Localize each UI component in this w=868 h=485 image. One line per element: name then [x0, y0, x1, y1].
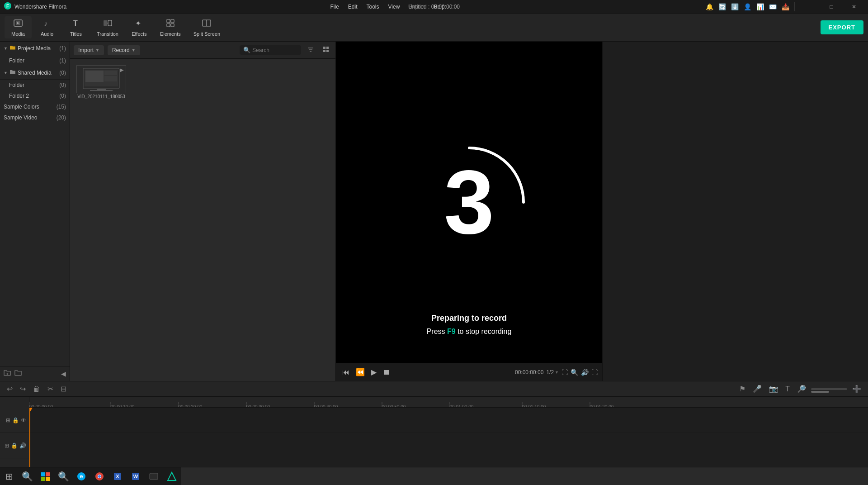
close-button[interactable]: ✕ — [844, 0, 864, 14]
import-button[interactable]: Import ▼ — [74, 45, 104, 55]
menu-view[interactable]: View — [384, 0, 405, 14]
search-icon: 🔍 — [243, 47, 250, 53]
window-title: Untitled : 00:00:00:00 — [408, 4, 460, 10]
svg-text:✦: ✦ — [135, 19, 141, 27]
project-media-header[interactable]: ▼ Project Media (1) — [0, 42, 70, 55]
tool-titles[interactable]: T Titles — [62, 16, 90, 38]
svg-rect-28 — [85, 71, 104, 82]
tl-text-button[interactable]: T — [783, 384, 792, 394]
import-folder-icon[interactable] — [14, 369, 22, 378]
tl-mic-button[interactable]: 🎤 — [750, 384, 764, 394]
sample-colors-count: (15) — [57, 104, 66, 110]
view-toggle-icon[interactable] — [320, 44, 332, 56]
stop-button[interactable]: ⏹ — [381, 367, 392, 377]
tl-mute-icon[interactable]: 🔊 — [19, 442, 26, 449]
taskbar-app-1[interactable] — [36, 467, 54, 485]
filter-icon[interactable] — [305, 44, 316, 56]
taskbar-app-2[interactable]: 🔍 — [54, 467, 72, 485]
shared-media-folder1[interactable]: Folder (0) — [0, 80, 70, 90]
sample-video-item[interactable]: Sample Video (20) — [0, 112, 70, 123]
tl-eye-icon[interactable]: 👁 — [21, 417, 26, 423]
tray-icon-3[interactable]: ⬇️ — [729, 1, 740, 12]
svg-text:F: F — [6, 4, 9, 9]
step-back-button[interactable]: ⏪ — [354, 367, 367, 377]
menu-tools[interactable]: Tools — [362, 0, 384, 14]
tl-undo-button[interactable]: ↩ — [5, 384, 15, 394]
tl-add-track-icon-2[interactable]: ⊞ — [5, 442, 9, 449]
audio-icon: ♪ — [42, 18, 52, 30]
sample-colors-label: Sample Colors — [4, 104, 39, 110]
taskbar-app-3[interactable]: e — [72, 467, 90, 485]
project-media-folder-icon — [9, 44, 16, 52]
hint-key: F9 — [447, 328, 456, 335]
tl-zoom-out-button[interactable]: 🔎 — [795, 384, 808, 394]
countdown-number: 3 — [444, 157, 494, 247]
svg-rect-12 — [171, 19, 174, 23]
tool-split-screen[interactable]: Split Screen — [188, 16, 226, 38]
shared-media-header[interactable]: ▼ Shared Media (0) — [0, 66, 70, 80]
ruler-tick-1-line — [111, 402, 111, 404]
play-button[interactable]: ▶ — [369, 367, 378, 377]
tl-marker-button[interactable]: ⚑ — [737, 384, 748, 394]
svg-rect-11 — [167, 19, 170, 23]
tl-lock-icon[interactable]: 🔒 — [12, 417, 19, 423]
new-folder-icon[interactable] — [4, 369, 11, 378]
tl-add-track-icon[interactable]: ⊞ — [6, 417, 10, 423]
start-button[interactable]: ⊞ — [0, 467, 18, 485]
maximize-button[interactable]: □ — [821, 0, 842, 14]
ruler-tick-4: 00:00:40:00 — [314, 402, 315, 407]
tl-delete-button[interactable]: 🗑 — [31, 384, 42, 394]
zoom-icon[interactable]: 🔍 — [571, 369, 578, 376]
tray-icon-1[interactable]: 🔔 — [704, 1, 715, 12]
tray-icon-6[interactable]: ✉️ — [767, 1, 778, 12]
volume-icon[interactable]: 🔊 — [581, 369, 589, 376]
tool-elements[interactable]: Elements — [155, 16, 186, 38]
crop-icon[interactable]: ⛶ — [561, 369, 568, 376]
taskbar-search[interactable]: 🔍 — [18, 467, 36, 485]
shared-media-folder2[interactable]: Folder 2 (0) — [0, 90, 70, 101]
tl-cut-button[interactable]: ✂ — [45, 384, 56, 394]
taskbar-app-7[interactable] — [145, 467, 163, 485]
media-item-0[interactable]: ▶ VID_20210111_180053 — [76, 65, 126, 99]
export-button[interactable]: EXPORT — [821, 20, 863, 34]
svg-rect-32 — [90, 90, 113, 91]
svg-rect-7 — [104, 20, 107, 26]
record-overlay: Preparing to record Press F9 to stop rec… — [336, 314, 602, 336]
tool-media[interactable]: Media — [5, 16, 32, 38]
tray-icon-5[interactable]: 📊 — [755, 1, 765, 12]
tool-audio[interactable]: ♪ Audio — [33, 16, 61, 38]
toolbar: Media ♪ Audio T Titles Transition ✦ Effe… — [0, 14, 868, 42]
menu-edit[interactable]: Edit — [344, 0, 362, 14]
tl-lock-icon-2[interactable]: 🔒 — [11, 442, 18, 449]
taskbar-app-8[interactable] — [163, 467, 181, 485]
collapse-panel-button[interactable]: ◀ — [61, 370, 66, 377]
tray-icon-7[interactable]: 📥 — [780, 1, 791, 12]
svg-rect-35 — [41, 477, 45, 481]
taskbar-app-4[interactable] — [90, 467, 108, 485]
tool-transition-label: Transition — [97, 31, 118, 37]
tl-redo-button[interactable]: ↪ — [18, 384, 28, 394]
tray-icon-2[interactable]: 🔄 — [717, 1, 727, 12]
tl-zoom-in-button[interactable]: ➕ — [850, 384, 863, 394]
media-search-bar[interactable]: 🔍 — [240, 45, 301, 55]
taskbar-app-6[interactable]: W — [127, 467, 145, 485]
ruler-tick-6-line — [450, 402, 450, 404]
project-media-folder[interactable]: Folder (1) — [0, 55, 70, 66]
fullscreen-icon[interactable]: ⛶ — [591, 369, 598, 376]
go-to-start-button[interactable]: ⏮ — [340, 367, 351, 377]
tool-transition[interactable]: Transition — [91, 16, 124, 38]
tray-icon-4[interactable]: 👤 — [742, 1, 753, 12]
tool-titles-label: Titles — [70, 31, 82, 37]
tl-capture-button[interactable]: 📷 — [767, 384, 780, 394]
tl-zoom-track[interactable] — [811, 388, 847, 390]
tl-split-button[interactable]: ⊟ — [58, 384, 69, 394]
ruler-tick-5-label: 00:00:50:00 — [382, 404, 382, 407]
minimize-button[interactable]: ─ — [798, 0, 819, 14]
preview-time: 00:00:00:00 — [515, 369, 543, 376]
taskbar-app-5[interactable]: X — [108, 467, 127, 485]
search-input[interactable] — [252, 47, 297, 53]
tool-effects[interactable]: ✦ Effects — [126, 16, 153, 38]
menu-file[interactable]: File — [326, 0, 343, 14]
record-button[interactable]: Record ▼ — [108, 45, 140, 55]
sample-colors-item[interactable]: Sample Colors (15) — [0, 101, 70, 112]
